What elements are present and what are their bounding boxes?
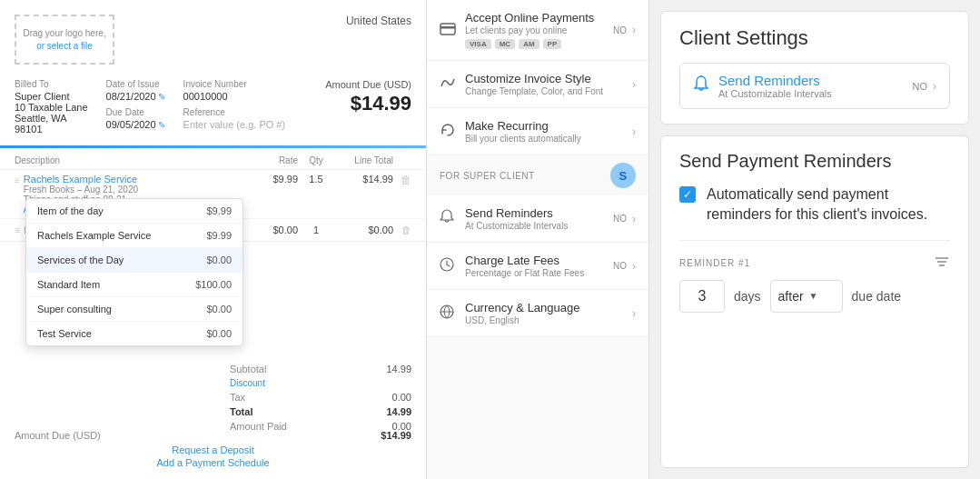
payment-reminders-title: Send Payment Reminders xyxy=(679,151,950,172)
dropdown-item-5[interactable]: Test Service $0.00 xyxy=(26,322,243,345)
invoice-table-header: Description Rate Qty Line Total xyxy=(0,152,426,170)
days-label: days xyxy=(734,289,761,304)
new-item-qty: 1 xyxy=(298,225,334,235)
payment-schedule-link[interactable]: Add a Payment Schedule xyxy=(0,457,426,468)
accept-payments-sub: Let clients pay you online xyxy=(465,25,613,35)
logo-upload-box[interactable]: Drag your logo here, or select a file xyxy=(15,15,114,65)
dates-group: Date of Issue 08/21/2020✎ Due Date 09/05… xyxy=(106,79,165,135)
dropdown-item-name-1: Rachels Example Service xyxy=(37,230,151,241)
make-recurring-sub: Bill your clients automatically xyxy=(465,134,632,144)
after-select[interactable]: after ▼ xyxy=(770,280,843,313)
client-bell-icon xyxy=(693,75,709,97)
dropdown-item-name-3: Standard Item xyxy=(37,279,100,290)
amount-due-label: Amount Due (USD) xyxy=(325,79,411,90)
filter-icon[interactable] xyxy=(934,255,950,271)
currency-chevron: › xyxy=(632,307,636,320)
date-of-issue-value: 08/21/2020✎ xyxy=(106,91,165,102)
reminder-controls: 3 days after ▼ due date xyxy=(679,280,950,313)
logo-select-link[interactable]: or select a file xyxy=(36,40,93,53)
customize-sub: Change Template, Color, and Font xyxy=(465,86,632,96)
dropdown-item-price-1: $9.99 xyxy=(206,230,232,241)
line-total-header: Line Total xyxy=(334,155,393,165)
credit-card-icon xyxy=(440,23,465,38)
svg-point-5 xyxy=(700,75,702,77)
make-recurring-content: Make Recurring Bill your clients automat… xyxy=(465,119,632,144)
mc-icon: MC xyxy=(495,39,515,49)
recurring-icon xyxy=(440,123,465,140)
subtotal-value: 14.99 xyxy=(386,364,411,374)
days-input[interactable]: 3 xyxy=(679,280,725,313)
client-send-reminders-row[interactable]: Send Reminders At Customizable Intervals… xyxy=(679,63,950,109)
due-date-edit-icon[interactable]: ✎ xyxy=(158,120,165,130)
action-header xyxy=(393,155,411,165)
customize-style-option[interactable]: Customize Invoice Style Change Template,… xyxy=(427,61,648,108)
due-date-value: 09/05/2020✎ xyxy=(106,119,165,130)
footer-amount-value: $14.99 xyxy=(381,430,411,441)
drag-handle-icon[interactable]: ≡ xyxy=(15,175,20,185)
client-reminders-sub: At Customizable Intervals xyxy=(718,88,913,99)
charge-late-fees-content: Charge Late Fees Percentage or Flat Rate… xyxy=(465,254,613,278)
visa-icon: VISA xyxy=(465,39,491,49)
client-settings-title: Client Settings xyxy=(679,26,950,50)
dropdown-item-name-5: Test Service xyxy=(37,328,92,339)
accept-payments-title: Accept Online Payments xyxy=(465,11,613,25)
total-row: Total 14.99 xyxy=(230,404,411,419)
item-dropdown: Item of the day $9.99 Rachels Example Se… xyxy=(25,198,243,346)
new-delete-icon[interactable]: 🗑 xyxy=(393,225,411,235)
invoice-divider xyxy=(0,145,426,148)
reminder-number-label: REMINDER #1 xyxy=(679,255,950,271)
total-label: Total xyxy=(230,406,252,417)
footer-amount-label: Amount Due (USD) xyxy=(15,430,101,441)
rate-header: Rate xyxy=(243,155,298,165)
discount-label: Discount xyxy=(230,378,265,388)
svg-rect-0 xyxy=(441,24,455,35)
globe-icon xyxy=(440,304,465,322)
options-section: Accept Online Payments Let clients pay y… xyxy=(427,0,648,337)
request-deposit-link[interactable]: Request a Deposit xyxy=(0,444,426,455)
invoice-number-label: Invoice Number xyxy=(183,79,286,89)
invoice-number-value: 00010000 xyxy=(183,91,286,102)
invoice-country: United States xyxy=(346,15,411,27)
item-line-total: $14.99 xyxy=(334,174,393,185)
subtotal-row: Subtotal 14.99 xyxy=(230,362,411,376)
dropdown-item-2[interactable]: Services of the Day $0.00 xyxy=(26,248,243,273)
dropdown-item-1[interactable]: Rachels Example Service $9.99 xyxy=(26,224,243,248)
invoice-footer: Amount Due (USD) $14.99 Request a Deposi… xyxy=(0,430,426,470)
tax-row: Tax 0.00 xyxy=(230,390,411,404)
reference-label: Reference xyxy=(183,107,286,117)
tax-label: Tax xyxy=(230,392,245,403)
chevron-down-icon: ▼ xyxy=(809,291,818,301)
invoice-number-group: Invoice Number 00010000 Reference Enter … xyxy=(183,79,286,135)
make-recurring-title: Make Recurring xyxy=(465,119,632,133)
customize-title: Customize Invoice Style xyxy=(465,72,632,85)
send-reminders-option[interactable]: Send Reminders At Customizable Intervals… xyxy=(427,195,648,243)
currency-title: Currency & Language xyxy=(465,301,632,314)
make-recurring-option[interactable]: Make Recurring Bill your clients automat… xyxy=(427,108,648,155)
accept-payments-option[interactable]: Accept Online Payments Let clients pay y… xyxy=(427,0,648,61)
client-city: Seattle, WA xyxy=(15,113,88,124)
item-sub1: Fresh Books – Aug 21, 2020 xyxy=(24,185,243,195)
item-qty: 1.5 xyxy=(298,174,334,185)
after-label: after xyxy=(778,289,804,304)
dropdown-item-price-2: $0.00 xyxy=(206,254,232,265)
dropdown-item-0[interactable]: Item of the day $9.99 xyxy=(26,199,243,224)
delete-row-icon[interactable]: 🗑 xyxy=(393,174,411,186)
bell-icon xyxy=(440,209,465,228)
dropdown-item-3[interactable]: Standard Item $100.00 xyxy=(26,273,243,297)
dropdown-item-4[interactable]: Super consulting $0.00 xyxy=(26,297,243,322)
client-name: Super Client xyxy=(15,91,88,102)
currency-language-option[interactable]: Currency & Language USD, English › xyxy=(427,290,648,337)
dropdown-item-name-0: Item of the day xyxy=(37,205,104,216)
reminder-label: REMINDER #1 xyxy=(679,258,750,268)
subtotal-section: Subtotal 14.99 Discount Tax 0.00 Total 1… xyxy=(230,362,411,434)
footer-amount-row: Amount Due (USD) $14.99 xyxy=(0,430,426,441)
options-panel: Accept Online Payments Let clients pay y… xyxy=(427,0,649,479)
charge-late-fees-option[interactable]: Charge Late Fees Percentage or Flat Rate… xyxy=(427,243,648,290)
send-reminders-chevron: › xyxy=(632,213,636,225)
payment-reminders-card: Send Payment Reminders Automatically sen… xyxy=(660,135,969,468)
dropdown-item-price-0: $9.99 xyxy=(206,205,232,216)
billed-to-label: Billed To xyxy=(15,79,88,89)
reminder-checkbox[interactable] xyxy=(679,186,696,203)
reference-placeholder[interactable]: Enter value (e.g. PO #) xyxy=(183,119,286,130)
date-edit-icon[interactable]: ✎ xyxy=(158,92,165,102)
